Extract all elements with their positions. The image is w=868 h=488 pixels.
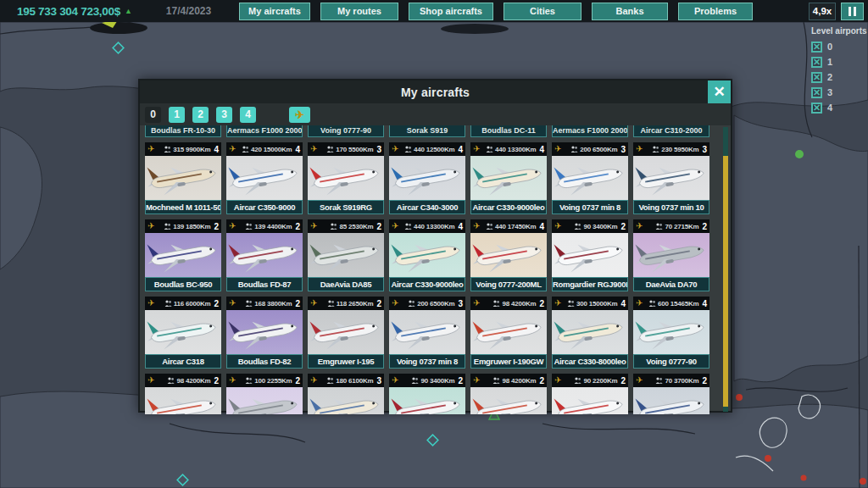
level-filter-0[interactable]: ✕ 0 [811,39,865,54]
passenger-count: 440 [414,223,425,230]
aircraft-card-row: ✈ 315 9900Km 4 Mochneed M 1011-5000 ✈ [145,142,731,214]
level-badge: 2 [702,222,707,231]
passenger-count: 440 [414,146,425,153]
aircraft-card[interactable]: ✈ 440 13300Km 4 Aircar C330-9000leo [389,219,465,291]
tab-level-3[interactable]: 3 [216,107,232,123]
level-badge: 2 [295,222,300,231]
aircraft-card[interactable]: ✈ 200 6500Km 3 Voing 0737 min 8 [552,142,628,214]
aircraft-card[interactable]: ✈ 440 13300Km 4 Aircar C330-9000leo [470,142,547,214]
my-aircrafts-button[interactable]: My aircrafts [239,3,310,20]
passengers-icon [652,146,659,152]
aircraft-name: DaeAvia DA85 [308,277,384,291]
aircraft-card[interactable]: ✈ 116 6000Km 2 Aircar C318 [145,297,221,369]
passengers-icon [326,377,334,384]
passenger-count: 230 [661,146,672,153]
passengers-icon [411,377,419,384]
aircraft-stats-bar: ✈ 98 4200Km 2 [145,374,221,387]
level-badge: 2 [214,299,219,308]
level-badge: 4 [458,222,463,231]
problems-button[interactable]: Problems [678,3,753,20]
game-speed-display[interactable]: 4,9x [809,3,836,20]
aircraft-image [226,156,303,200]
close-icon[interactable]: ✕ [708,80,731,103]
tab-level-2[interactable]: 2 [192,107,209,123]
aircraft-card[interactable]: ✈ 440 12500Km 4 Aircar C340-3000 [389,142,465,214]
level-badge: 4 [539,145,544,154]
passengers-icon [486,146,493,152]
level-badge: 3 [458,299,463,308]
money-up-icon: ▲ [125,7,132,15]
checkbox-x-icon[interactable]: ✕ [811,87,822,98]
passengers-icon [164,223,171,230]
checkbox-x-icon[interactable]: ✕ [811,57,822,68]
scrollbar-thumb[interactable] [723,156,728,407]
checkbox-x-icon[interactable]: ✕ [811,72,822,83]
scrollbar-track[interactable] [723,127,728,412]
aircraft-stats-bar: ✈ 70 3700Km 2 [633,374,709,387]
banks-button[interactable]: Banks [592,3,668,20]
aircraft-image [389,310,465,354]
aircraft-name: Emgruwer I-195 [308,354,384,369]
level-badge: 3 [620,145,626,154]
aircraft-card[interactable]: ✈ 85 2530Km 2 DaeAvia DA85 [308,219,384,291]
aircraft-card[interactable]: ✈ 90 3400Km 2 [389,374,465,414]
aircraft-card[interactable]: ✈ 70 2715Km 2 DaeAvia DA70 [633,219,709,291]
passenger-count: 70 [665,377,672,385]
range-value: 3800Km [267,300,292,308]
plane-icon: ✈ [554,219,561,233]
aircraft-card[interactable]: ✈ 139 4400Km 2 Boudlas FD-87 [226,219,303,291]
aircraft-card[interactable]: ✈ 70 3700Km 2 [633,374,709,414]
aircraft-card[interactable]: ✈ 90 3400Km 2 Romgardier RGJ900LR [552,219,628,291]
tab-level-0[interactable]: 0 [145,107,161,123]
aircraft-card[interactable]: ✈ 98 4200Km 2 [470,374,547,414]
money-value: 195 733 304 723,00$ [17,5,120,18]
plane-icon: ✈ [473,219,480,233]
aircraft-image [552,310,628,354]
cities-button[interactable]: Cities [504,3,581,20]
aircraft-card[interactable]: ✈ 98 4200Km 2 [145,374,221,414]
aircraft-card[interactable]: ✈ 100 2255Km 2 [226,374,303,414]
level-filter-3[interactable]: ✕ 3 [811,85,865,100]
checkbox-x-icon[interactable]: ✕ [811,42,822,53]
checkbox-x-icon[interactable]: ✕ [811,103,822,114]
range-value: 4200Km [511,300,537,308]
aircraft-stats-bar: ✈ 600 15465Km 4 [633,297,709,310]
range-value: 6100Km [348,377,374,385]
passengers-icon [167,377,175,384]
money-display: 195 733 304 723,00$ ▲ [0,5,148,18]
shop-aircrafts-button[interactable]: Shop aircrafts [409,3,493,20]
aircraft-card[interactable]: ✈ 420 15000Km 4 Aircar C350-9000 [226,142,303,214]
plane-icon: ✈ [554,297,561,310]
pause-button[interactable] [841,3,864,20]
passengers-icon [245,223,253,230]
aircraft-card[interactable]: ✈ 440 17450Km 4 Voing 0777-200ML [470,219,547,291]
level-filter-1[interactable]: ✕ 1 [811,54,865,69]
aircraft-stats-bar: ✈ 230 5950Km 3 [633,142,709,156]
tab-level-1[interactable]: 1 [169,107,185,123]
aircraft-card[interactable]: ✈ 170 5500Km 3 Sorak S919RG [308,142,384,214]
aircraft-card[interactable]: ✈ 90 2200Km 2 [552,374,628,414]
aircraft-card[interactable]: ✈ 118 2650Km 2 Emgruwer I-195 [308,297,384,369]
aircraft-card[interactable]: ✈ 98 4200Km 2 Emgruwer I-190GW [470,297,547,369]
aircraft-card[interactable]: ✈ 168 3800Km 2 Boudlas FD-82 [226,297,303,369]
aircraft-card[interactable]: ✈ 230 5950Km 3 Voing 0737 min 10 [633,142,709,214]
aircraft-card[interactable]: ✈ 180 6100Km 3 [308,374,384,414]
aircraft-image [145,387,221,414]
tab-all-aircraft-plane-icon[interactable]: ✈ [289,107,310,123]
level-filter-2[interactable]: ✕ 2 [811,69,865,85]
aircraft-image [389,387,465,414]
aircraft-card[interactable]: ✈ 600 15465Km 4 Voing 0777-90 [633,297,709,369]
my-routes-button[interactable]: My routes [320,3,398,20]
aircraft-card[interactable]: ✈ 200 6500Km 3 Voing 0737 min 8 [389,297,465,369]
passengers-icon [404,146,412,152]
aircraft-card[interactable]: ✈ 300 15000Km 4 Aircar C330-8000leo [552,297,628,369]
aircraft-card[interactable]: ✈ 139 1850Km 2 Boudlas BC-950 [145,219,221,291]
aircraft-name: Boudlas FD-87 [226,277,303,291]
aircraft-image [470,387,547,414]
level-filter-4[interactable]: ✕ 4 [811,100,865,115]
aircraft-stats-bar: ✈ 90 3400Km 2 [552,219,628,233]
aircraft-card[interactable]: ✈ 315 9900Km 4 Mochneed M 1011-5000 [145,142,221,214]
tab-level-4[interactable]: 4 [240,107,256,123]
plane-icon: ✈ [636,374,643,387]
level-badge: 2 [620,222,626,231]
